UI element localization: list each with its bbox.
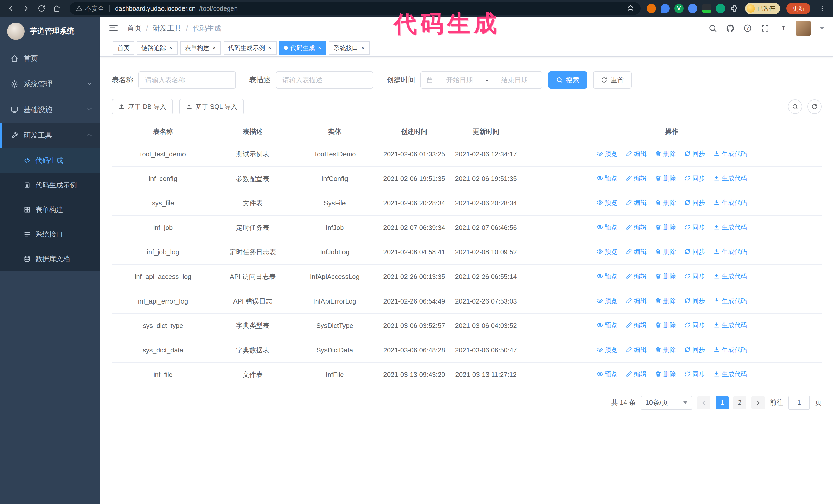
sidebar-item-db-doc[interactable]: 数据库文档 <box>0 247 100 271</box>
action-sync[interactable]: 同步 <box>684 320 705 330</box>
action-delete[interactable]: 删除 <box>655 320 676 330</box>
action-preview[interactable]: 预览 <box>596 148 617 159</box>
app-logo[interactable]: 芋道管理系统 <box>0 17 100 46</box>
action-delete[interactable]: 删除 <box>655 222 676 232</box>
search-button[interactable]: 搜索 <box>548 71 587 89</box>
avatar-caret-icon[interactable] <box>820 27 825 30</box>
tab-home[interactable]: 首页 <box>113 41 134 55</box>
user-avatar[interactable] <box>795 21 811 36</box>
action-preview[interactable]: 预览 <box>596 271 617 281</box>
action-generate[interactable]: 生成代码 <box>713 344 747 355</box>
browser-menu-kebab-icon[interactable] <box>815 2 829 15</box>
extension-drop-icon[interactable] <box>661 4 670 13</box>
action-delete[interactable]: 删除 <box>655 173 676 183</box>
action-edit[interactable]: 编辑 <box>626 320 647 330</box>
action-edit[interactable]: 编辑 <box>626 246 647 257</box>
action-delete[interactable]: 删除 <box>655 344 676 355</box>
action-delete[interactable]: 删除 <box>655 295 676 306</box>
tab-codegen-example[interactable]: 代码生成示例× <box>223 41 277 55</box>
action-delete[interactable]: 删除 <box>655 271 676 281</box>
action-edit[interactable]: 编辑 <box>626 344 647 355</box>
action-edit[interactable]: 编辑 <box>626 369 647 379</box>
action-edit[interactable]: 编辑 <box>626 197 647 208</box>
tab-close-icon[interactable]: × <box>212 45 216 51</box>
sidebar-item-system[interactable]: 系统管理 <box>0 71 100 97</box>
sidebar-item-home[interactable]: 首页 <box>0 46 100 71</box>
browser-home-button[interactable] <box>50 2 64 15</box>
browser-reload-button[interactable] <box>35 2 48 15</box>
sidebar-item-codegen-example[interactable]: 代码生成示例 <box>0 173 100 197</box>
action-edit[interactable]: 编辑 <box>626 271 647 281</box>
action-delete[interactable]: 删除 <box>655 148 676 159</box>
action-preview[interactable]: 预览 <box>596 295 617 306</box>
action-edit[interactable]: 编辑 <box>626 222 647 232</box>
github-icon[interactable] <box>726 24 735 32</box>
action-sync[interactable]: 同步 <box>684 246 705 257</box>
reset-button[interactable]: 重置 <box>593 71 632 89</box>
browser-forward-button[interactable] <box>20 2 33 15</box>
extension-dev-icon[interactable] <box>702 4 711 13</box>
action-preview[interactable]: 预览 <box>596 173 617 183</box>
sidebar-item-api[interactable]: 系统接口 <box>0 222 100 247</box>
action-sync[interactable]: 同步 <box>684 197 705 208</box>
extension-v-icon[interactable] <box>674 4 684 13</box>
action-delete[interactable]: 删除 <box>655 197 676 208</box>
sidebar-item-form-build[interactable]: 表单构建 <box>0 197 100 222</box>
action-generate[interactable]: 生成代码 <box>713 222 747 232</box>
tab-form-build[interactable]: 表单构建× <box>180 41 221 55</box>
insecure-warning[interactable]: 不安全 <box>76 4 104 13</box>
action-preview[interactable]: 预览 <box>596 320 617 330</box>
fullscreen-icon[interactable] <box>761 24 769 32</box>
page-number-2[interactable]: 2 <box>733 396 746 409</box>
goto-page-input[interactable] <box>788 395 810 410</box>
tab-close-icon[interactable]: × <box>169 45 173 51</box>
tab-close-icon[interactable]: × <box>317 45 322 51</box>
prev-page-button[interactable] <box>697 396 711 409</box>
action-generate[interactable]: 生成代码 <box>713 173 747 183</box>
tab-trace[interactable]: 链路追踪× <box>137 41 177 55</box>
action-sync[interactable]: 同步 <box>684 148 705 159</box>
refresh-table-button[interactable] <box>807 99 822 114</box>
tab-codegen[interactable]: 代码生成× <box>279 41 327 55</box>
action-edit[interactable]: 编辑 <box>626 295 647 306</box>
tab-close-icon[interactable]: × <box>268 45 272 51</box>
action-preview[interactable]: 预览 <box>596 222 617 232</box>
action-sync[interactable]: 同步 <box>684 173 705 183</box>
sidebar-item-infra[interactable]: 基础设施 <box>0 97 100 123</box>
font-size-icon[interactable]: TT <box>778 24 787 32</box>
date-range-picker[interactable]: 开始日期 - 结束日期 <box>420 71 542 89</box>
bookmark-star-icon[interactable] <box>627 4 634 13</box>
browser-back-button[interactable] <box>4 2 18 15</box>
action-sync[interactable]: 同步 <box>684 369 705 379</box>
breadcrumb-item[interactable]: 研发工具 <box>153 23 182 33</box>
action-generate[interactable]: 生成代码 <box>713 369 747 379</box>
action-delete[interactable]: 删除 <box>655 369 676 379</box>
action-preview[interactable]: 预览 <box>596 369 617 379</box>
action-generate[interactable]: 生成代码 <box>713 197 747 208</box>
import-db-button[interactable]: 基于 DB 导入 <box>112 99 173 114</box>
action-preview[interactable]: 预览 <box>596 344 617 355</box>
page-size-select[interactable]: 10条/页 <box>641 395 692 410</box>
url-bar[interactable]: 不安全 dashboard.yudao.iocoder.cn/tool/code… <box>70 2 641 15</box>
action-delete[interactable]: 删除 <box>655 246 676 257</box>
table-desc-input[interactable] <box>276 71 373 89</box>
action-sync[interactable]: 同步 <box>684 295 705 306</box>
action-edit[interactable]: 编辑 <box>626 148 647 159</box>
next-page-button[interactable] <box>752 396 765 409</box>
action-generate[interactable]: 生成代码 <box>713 320 747 330</box>
profile-paused-badge[interactable]: 已暂停 <box>745 3 780 14</box>
action-generate[interactable]: 生成代码 <box>713 246 747 257</box>
extension-green-icon[interactable] <box>716 4 725 13</box>
help-icon[interactable]: ? <box>743 24 752 32</box>
table-name-input[interactable] <box>138 71 236 89</box>
action-preview[interactable]: 预览 <box>596 246 617 257</box>
page-number-1[interactable]: 1 <box>716 396 729 409</box>
sidebar-item-codegen[interactable]: 代码生成 <box>0 148 100 173</box>
extension-people-icon[interactable] <box>688 4 697 13</box>
action-sync[interactable]: 同步 <box>684 222 705 232</box>
sidebar-item-devtools[interactable]: 研发工具 <box>0 123 100 148</box>
tab-close-icon[interactable]: × <box>361 45 365 51</box>
tab-api[interactable]: 系统接口× <box>329 41 370 55</box>
action-generate[interactable]: 生成代码 <box>713 295 747 306</box>
browser-update-button[interactable]: 更新 <box>786 3 810 14</box>
